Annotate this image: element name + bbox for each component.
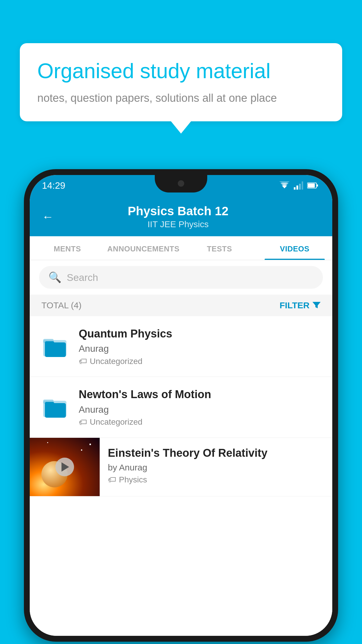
svg-rect-3	[294, 187, 296, 190]
speech-bubble: Organised study material notes, question…	[20, 43, 342, 121]
play-triangle-icon	[61, 462, 69, 472]
status-time: 14:29	[42, 180, 65, 191]
video-tag: 🏷 Uncategorized	[79, 356, 322, 366]
folder-icon-1	[40, 330, 69, 363]
bubble-headline: Organised study material	[37, 58, 325, 83]
folder-svg	[42, 394, 68, 420]
svg-marker-2	[279, 181, 290, 184]
header-subtitle: IIT JEE Physics	[62, 219, 294, 229]
tag-icon: 🏷	[79, 356, 87, 366]
svg-rect-18	[45, 402, 54, 405]
tag-icon: 🏷	[79, 417, 87, 427]
wifi-icon	[279, 181, 290, 190]
list-item[interactable]: Einstein's Theory Of Relativity by Anura…	[30, 438, 332, 496]
folder-svg	[42, 334, 68, 359]
svg-rect-4	[296, 186, 298, 190]
header-title: Physics Batch 12	[62, 204, 294, 218]
svg-rect-8	[317, 184, 318, 187]
search-box[interactable]: 🔍 Search	[39, 266, 323, 289]
search-icon: 🔍	[48, 271, 61, 284]
search-placeholder: Search	[67, 272, 98, 283]
tab-tests[interactable]: TESTS	[182, 236, 257, 260]
tag-icon: 🏷	[108, 475, 116, 484]
filter-icon	[312, 302, 321, 308]
status-bar: 14:29	[30, 175, 332, 196]
tab-announcements[interactable]: ANNOUNCEMENTS	[105, 236, 182, 260]
filter-button[interactable]: FILTER	[280, 300, 321, 310]
tab-documents[interactable]: MENTS	[30, 236, 105, 260]
svg-rect-9	[308, 183, 315, 188]
phone-frame: 14:29	[24, 169, 338, 642]
video-title: Einstein's Theory Of Relativity	[108, 446, 324, 460]
video-info-3: Einstein's Theory Of Relativity by Anura…	[100, 438, 332, 490]
svg-rect-14	[45, 341, 54, 345]
video-info-2: Newton's Laws of Motion Anurag 🏷 Uncateg…	[79, 387, 322, 427]
tab-bar: MENTS ANNOUNCEMENTS TESTS VIDEOS	[30, 236, 332, 260]
tab-videos[interactable]: VIDEOS	[257, 236, 332, 260]
app-header: ← Physics Batch 12 IIT JEE Physics	[30, 196, 332, 236]
video-author: by Anurag	[108, 463, 324, 473]
play-button[interactable]	[55, 458, 74, 476]
svg-marker-10	[312, 302, 321, 308]
video-tag: 🏷 Physics	[108, 475, 324, 484]
back-button[interactable]: ←	[42, 210, 54, 223]
video-author: Anurag	[79, 404, 322, 415]
phone-content: ← Physics Batch 12 IIT JEE Physics MENTS…	[30, 196, 332, 636]
camera-dot	[178, 180, 184, 187]
total-count: TOTAL (4)	[41, 300, 82, 310]
video-author: Anurag	[79, 343, 322, 354]
folder-icon-2	[40, 391, 69, 423]
header-title-block: Physics Batch 12 IIT JEE Physics	[62, 204, 294, 229]
video-list: Quantum Physics Anurag 🏷 Uncategorized	[30, 316, 332, 636]
video-tag: 🏷 Uncategorized	[79, 417, 322, 427]
video-title: Newton's Laws of Motion	[79, 387, 322, 402]
phone-inner: 14:29	[30, 175, 332, 636]
bubble-subtext: notes, question papers, solutions all at…	[37, 90, 325, 106]
battery-icon	[307, 182, 318, 189]
video-title: Quantum Physics	[79, 327, 322, 341]
svg-rect-5	[299, 184, 301, 190]
notch	[155, 175, 207, 192]
svg-rect-6	[302, 181, 303, 190]
signal-icon	[294, 181, 303, 190]
list-item[interactable]: Newton's Laws of Motion Anurag 🏷 Uncateg…	[30, 377, 332, 438]
list-item[interactable]: Quantum Physics Anurag 🏷 Uncategorized	[30, 316, 332, 377]
filter-bar: TOTAL (4) FILTER	[30, 295, 332, 316]
speech-bubble-container: Organised study material notes, question…	[20, 43, 342, 121]
status-icons	[279, 181, 318, 190]
search-container: 🔍 Search	[30, 260, 332, 295]
video-info-1: Quantum Physics Anurag 🏷 Uncategorized	[79, 327, 322, 366]
video-thumbnail	[30, 438, 100, 496]
